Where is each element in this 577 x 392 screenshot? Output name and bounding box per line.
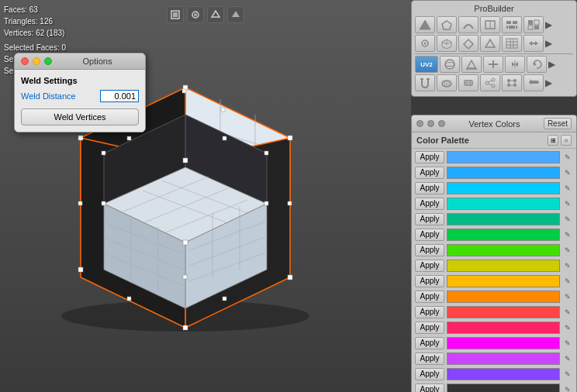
eyedropper-button-3[interactable]: ✎ (562, 198, 573, 210)
eyedropper-button-8[interactable]: ✎ (562, 275, 573, 287)
pb-nav-right-2[interactable]: ▶ (545, 38, 552, 49)
apply-button-7[interactable]: Apply (415, 260, 444, 272)
apply-button-3[interactable]: Apply (415, 198, 444, 210)
color-swatch-7[interactable] (447, 260, 560, 272)
pb-nav-right[interactable]: ▶ (545, 19, 552, 30)
color-swatch-10[interactable] (447, 306, 560, 318)
eyedropper-button-7[interactable]: ✎ (562, 260, 573, 272)
eyedropper-button-11[interactable]: ✎ (562, 322, 573, 334)
color-swatch-4[interactable] (447, 213, 560, 225)
color-swatch-11[interactable] (447, 322, 560, 334)
color-swatch-15[interactable] (447, 383, 560, 392)
traffic-light-maximize[interactable] (44, 57, 52, 65)
apply-button-15[interactable]: Apply (415, 383, 444, 392)
apply-button-14[interactable]: Apply (415, 368, 444, 380)
color-swatch-5[interactable] (447, 229, 560, 241)
eyedropper-button-5[interactable]: ✎ (562, 229, 573, 241)
toolbar-btn-4[interactable] (227, 6, 244, 23)
color-swatch-8[interactable] (447, 275, 560, 287)
vc-reset-button[interactable]: Reset (544, 118, 572, 129)
color-swatch-6[interactable] (447, 244, 560, 256)
apply-button-12[interactable]: Apply (415, 337, 444, 349)
viewport-3d[interactable]: Faces: 63 Triangles: 126 Vertices: 62 (1… (0, 0, 411, 392)
pb-btn-undo-arrow[interactable] (523, 74, 544, 91)
pb-btn-cone[interactable] (461, 56, 482, 73)
pb-btn-wrench[interactable] (458, 74, 479, 91)
eyedropper-button-9[interactable]: ✎ (562, 291, 573, 303)
eyedropper-button-4[interactable]: ✎ (562, 213, 573, 225)
weld-distance-input[interactable] (100, 90, 139, 102)
pb-btn-arrows[interactable] (523, 35, 544, 52)
traffic-light-minimize[interactable] (33, 57, 40, 65)
eyedropper-button-12[interactable]: ✎ (562, 337, 573, 349)
pb-btn-checker[interactable] (523, 16, 544, 33)
pb-btn-triangle-outline[interactable] (480, 35, 500, 52)
pb-btn-grid[interactable] (502, 35, 522, 52)
svg-point-54 (194, 13, 197, 16)
eyedropper-button-10[interactable]: ✎ (562, 306, 573, 318)
apply-button-4[interactable]: Apply (415, 213, 444, 225)
vc-tl-1[interactable] (416, 120, 423, 127)
apply-button-10[interactable]: Apply (415, 306, 444, 318)
eyedropper-button-15[interactable]: ✎ (562, 383, 573, 392)
apply-button-11[interactable]: Apply (415, 322, 444, 334)
color-swatch-12[interactable] (447, 337, 560, 349)
vc-icon-settings[interactable]: ○ (561, 135, 572, 146)
eyedropper-button-1[interactable]: ✎ (562, 167, 573, 179)
apply-button-13[interactable]: Apply (415, 352, 444, 365)
apply-button-0[interactable]: Apply (415, 151, 444, 163)
pb-btn-diamond[interactable] (458, 35, 479, 52)
color-swatch-1[interactable] (447, 167, 560, 179)
traffic-light-close[interactable] (21, 57, 29, 65)
pb-btn-magnet[interactable] (415, 74, 435, 91)
apply-button-9[interactable]: Apply (415, 291, 444, 303)
pb-btn-cloud[interactable] (437, 74, 457, 91)
color-swatch-2[interactable] (447, 182, 560, 194)
vc-icon-grid[interactable]: ⊞ (548, 135, 558, 146)
pb-btn-book[interactable] (480, 16, 500, 33)
eyedropper-button-2[interactable]: ✎ (562, 182, 573, 194)
color-row-11: Apply✎ (415, 321, 573, 335)
pb-btn-brick[interactable] (502, 16, 522, 33)
pb-nav-right-4[interactable]: ▶ (545, 77, 552, 88)
weld-vertices-button[interactable]: Weld Vertices (21, 108, 139, 126)
apply-button-2[interactable]: Apply (415, 182, 444, 194)
pb-btn-poly-shape[interactable] (437, 16, 457, 33)
color-row-4: Apply✎ (415, 212, 573, 226)
pb-btn-vertices[interactable] (502, 74, 522, 91)
pb-row-2: ▶ (415, 35, 573, 52)
pb-btn-refresh[interactable] (527, 56, 547, 73)
apply-button-8[interactable]: Apply (415, 275, 444, 287)
color-swatch-0[interactable] (447, 151, 560, 163)
pb-btn-flip[interactable] (505, 56, 525, 73)
vertex-colors-panel: Vertex Colors Reset Color Palette ⊞ ○ Ap… (411, 115, 577, 392)
eyedropper-button-13[interactable]: ✎ (562, 352, 573, 365)
pb-btn-curve[interactable] (458, 16, 479, 33)
vc-tl-3[interactable] (438, 120, 445, 127)
probuilder-panel: ProBuilder (411, 0, 577, 97)
toolbar-btn-2[interactable] (187, 6, 204, 23)
pb-btn-cube[interactable] (437, 35, 457, 52)
pb-btn-settings[interactable] (415, 35, 435, 52)
pb-btn-sphere[interactable] (440, 56, 460, 73)
pb-btn-new-shape[interactable] (415, 16, 435, 33)
eyedropper-button-14[interactable]: ✎ (562, 368, 573, 380)
color-swatch-13[interactable] (447, 352, 560, 365)
toolbar-btn-1[interactable] (167, 6, 184, 23)
pb-btn-share[interactable] (480, 74, 500, 91)
vc-tl-2[interactable] (427, 120, 434, 127)
apply-button-5[interactable]: Apply (415, 229, 444, 241)
pb-nav-right-3[interactable]: ▶ (548, 59, 555, 70)
color-row-2: Apply✎ (415, 181, 573, 195)
svg-rect-66 (528, 20, 533, 25)
pb-btn-uv2[interactable]: UV2 (415, 56, 438, 73)
color-swatch-9[interactable] (447, 291, 560, 303)
toolbar-btn-3[interactable] (207, 6, 224, 23)
pb-btn-plus[interactable] (483, 56, 503, 73)
color-swatch-14[interactable] (447, 368, 560, 380)
apply-button-1[interactable]: Apply (415, 167, 444, 179)
eyedropper-button-6[interactable]: ✎ (562, 244, 573, 256)
apply-button-6[interactable]: Apply (415, 244, 444, 256)
eyedropper-button-0[interactable]: ✎ (562, 151, 573, 163)
color-swatch-3[interactable] (447, 198, 560, 210)
